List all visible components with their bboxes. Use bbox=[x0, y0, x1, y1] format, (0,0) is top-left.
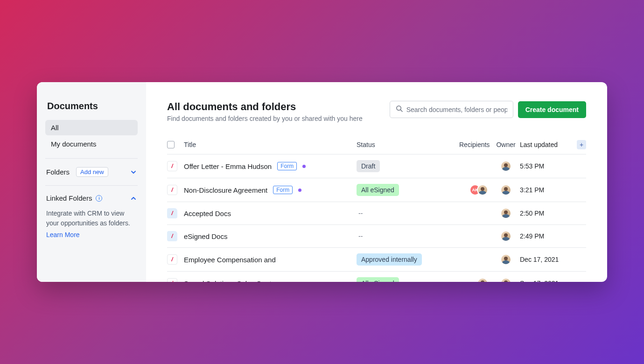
document-title[interactable]: Speed Solutionz Sales Quote bbox=[184, 280, 275, 282]
avatar bbox=[477, 184, 488, 196]
linked-folders-label: Linked Folders i bbox=[46, 194, 102, 202]
row-status-cell: Draft bbox=[357, 160, 459, 172]
search-input[interactable] bbox=[406, 106, 507, 113]
form-tag: Form bbox=[273, 186, 293, 194]
document-icon: / bbox=[167, 254, 177, 265]
table-row[interactable]: /eSigned Docs--2:49 PM bbox=[167, 225, 586, 248]
row-title-cell: eSigned Docs bbox=[184, 232, 357, 240]
owner-avatar[interactable] bbox=[500, 231, 511, 242]
divider bbox=[45, 158, 138, 159]
search-box[interactable] bbox=[390, 101, 513, 118]
linked-folders-description: Integrate with CRM to view your opportun… bbox=[45, 209, 138, 240]
table-body: /Offer Letter - Emma HudsonFormDraft5:53… bbox=[167, 154, 586, 282]
table-row[interactable]: /Speed Solutionz Sales QuoteAll eSignedS… bbox=[167, 272, 586, 282]
row-recipients-cell bbox=[459, 278, 492, 282]
sidebar-title: Documents bbox=[45, 101, 138, 112]
folders-label: Folders Add new bbox=[46, 167, 108, 177]
status-badge: Approved internally bbox=[357, 253, 422, 266]
main-content: All documents and folders Find documents… bbox=[146, 82, 607, 282]
row-icon-cell: / bbox=[167, 231, 184, 241]
create-document-button[interactable]: Create document bbox=[518, 101, 586, 118]
row-updated-cell: 2:50 PM bbox=[520, 210, 576, 217]
document-title[interactable]: Accepted Docs bbox=[184, 210, 231, 217]
add-column-button[interactable]: + bbox=[577, 140, 586, 149]
recipient-avatars[interactable]: AK bbox=[469, 184, 488, 196]
table-row[interactable]: /Offer Letter - Emma HudsonFormDraft5:53… bbox=[167, 154, 586, 178]
row-icon-cell: / bbox=[167, 161, 184, 171]
row-updated-cell: Sep 17, 2021 bbox=[520, 280, 576, 282]
folders-section-header[interactable]: Folders Add new bbox=[45, 165, 138, 179]
row-icon-cell: / bbox=[167, 254, 184, 265]
table-row[interactable]: /Non-Disclosure AgreementFormAll eSigned… bbox=[167, 178, 586, 202]
search-icon bbox=[396, 105, 403, 114]
page-title: All documents and folders bbox=[167, 101, 363, 113]
owner-avatar[interactable] bbox=[500, 278, 511, 282]
status-badge: All eSigned bbox=[357, 277, 399, 282]
add-new-folder-button[interactable]: Add new bbox=[76, 167, 108, 177]
document-title[interactable]: Employee Compensation and bbox=[184, 256, 276, 264]
row-owner-cell bbox=[492, 254, 520, 265]
svg-line-1 bbox=[400, 110, 402, 112]
row-status-cell: -- bbox=[357, 232, 459, 240]
col-header-status[interactable]: Status bbox=[357, 141, 459, 148]
unread-dot-icon bbox=[302, 165, 306, 168]
row-title-cell: Accepted Docs bbox=[184, 210, 357, 217]
document-icon: / bbox=[167, 185, 177, 195]
row-owner-cell bbox=[492, 231, 520, 242]
row-status-cell: Approved internally bbox=[357, 253, 459, 266]
page-subtitle: Find documents and folders created by yo… bbox=[167, 115, 363, 122]
row-status-cell: All eSigned bbox=[357, 277, 459, 282]
row-updated-cell: 2:49 PM bbox=[520, 232, 576, 240]
table-row[interactable]: /Accepted Docs--2:50 PM bbox=[167, 202, 586, 225]
owner-avatar[interactable] bbox=[500, 184, 511, 196]
select-all-checkbox[interactable] bbox=[167, 141, 175, 148]
row-recipients-cell: AK bbox=[459, 184, 492, 196]
chevron-up-icon bbox=[130, 195, 137, 202]
document-title[interactable]: eSigned Docs bbox=[184, 232, 227, 240]
row-icon-cell: / bbox=[167, 185, 184, 195]
title-block: All documents and folders Find documents… bbox=[167, 101, 363, 122]
row-owner-cell bbox=[492, 184, 520, 196]
chevron-down-icon bbox=[130, 169, 137, 175]
col-header-updated[interactable]: Last updated bbox=[520, 141, 576, 148]
status-badge: Draft bbox=[357, 160, 380, 172]
sidebar: Documents All My documents Folders Add n… bbox=[37, 82, 146, 282]
col-header-title[interactable]: Title bbox=[184, 141, 357, 148]
folder-icon: / bbox=[167, 231, 177, 241]
select-all-cell bbox=[167, 141, 184, 148]
row-title-cell: Non-Disclosure AgreementForm bbox=[184, 186, 357, 194]
document-title[interactable]: Offer Letter - Emma Hudson bbox=[184, 162, 272, 170]
app-window: Documents All My documents Folders Add n… bbox=[37, 82, 607, 282]
info-icon[interactable]: i bbox=[96, 195, 102, 202]
header-actions: Create document bbox=[390, 101, 586, 118]
owner-avatar[interactable] bbox=[500, 161, 511, 172]
document-icon: / bbox=[167, 278, 177, 282]
main-header: All documents and folders Find documents… bbox=[167, 101, 586, 122]
col-header-recipients[interactable]: Recipients bbox=[459, 141, 492, 148]
row-icon-cell: / bbox=[167, 278, 184, 282]
row-updated-cell: 3:21 PM bbox=[520, 186, 576, 194]
status-badge: All eSigned bbox=[357, 184, 399, 196]
learn-more-link[interactable]: Learn More bbox=[46, 230, 137, 240]
row-status-cell: -- bbox=[357, 209, 459, 217]
recipient-avatars[interactable] bbox=[477, 278, 488, 282]
document-title[interactable]: Non-Disclosure Agreement bbox=[184, 186, 267, 194]
col-header-owner[interactable]: Owner bbox=[492, 141, 520, 148]
add-column-cell: + bbox=[576, 140, 586, 149]
status-empty: -- bbox=[357, 210, 363, 217]
divider bbox=[45, 185, 138, 186]
table-row[interactable]: /Employee Compensation andApproved inter… bbox=[167, 248, 586, 272]
owner-avatar[interactable] bbox=[500, 254, 511, 265]
row-title-cell: Employee Compensation and bbox=[184, 256, 357, 264]
row-title-cell: Speed Solutionz Sales Quote bbox=[184, 280, 357, 282]
table-header-row: Title Status Recipients Owner Last updat… bbox=[167, 136, 586, 154]
unread-dot-icon bbox=[298, 189, 301, 192]
sidebar-item-all[interactable]: All bbox=[45, 120, 138, 135]
avatar bbox=[477, 278, 488, 282]
sidebar-item-my-documents[interactable]: My documents bbox=[45, 136, 138, 152]
document-icon: / bbox=[167, 161, 177, 171]
owner-avatar[interactable] bbox=[500, 208, 511, 219]
status-empty: -- bbox=[357, 232, 363, 240]
linked-folders-section-header[interactable]: Linked Folders i bbox=[45, 192, 138, 204]
sidebar-item-label: All bbox=[51, 124, 59, 132]
